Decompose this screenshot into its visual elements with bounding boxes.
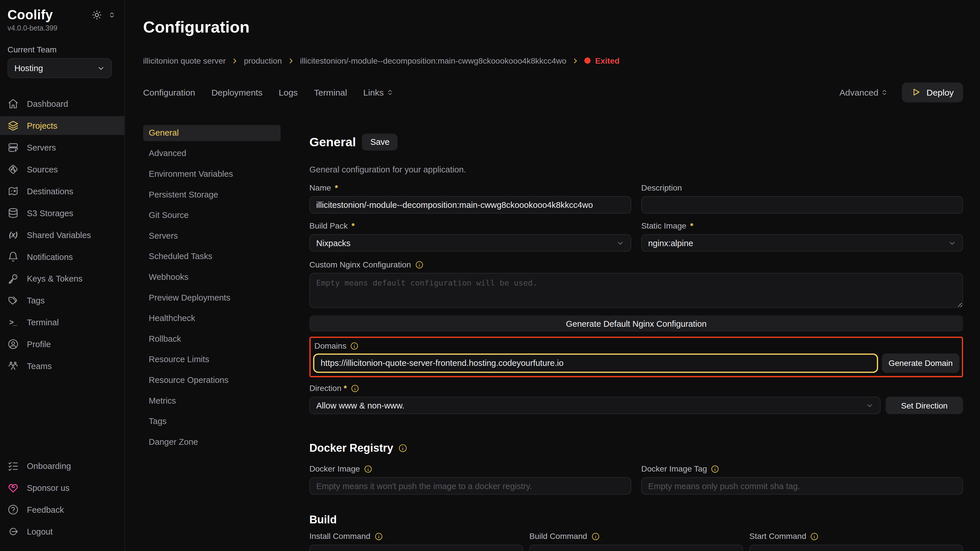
- play-icon: [912, 87, 921, 97]
- config-nav-tags[interactable]: Tags: [143, 413, 281, 430]
- docker-image-tag-input[interactable]: [641, 477, 963, 495]
- sidebar-collapse-chevrons-icon[interactable]: [108, 11, 116, 19]
- theme-toggle-sun-icon[interactable]: [92, 10, 102, 20]
- config-nav-webhooks[interactable]: Webhooks: [143, 269, 281, 285]
- tab-logs[interactable]: Logs: [279, 87, 298, 97]
- build-pack-label: Build Pack: [309, 221, 631, 230]
- info-icon: [591, 532, 600, 540]
- page-title: Configuration: [143, 18, 963, 37]
- key-icon: [8, 273, 19, 284]
- sidebar-item-projects[interactable]: Projects: [0, 116, 124, 135]
- info-icon: [711, 464, 719, 473]
- sidebar-item-keys-tokens[interactable]: Keys & Tokens: [0, 269, 124, 288]
- direction-label: Direction: [309, 383, 347, 393]
- tab-configuration[interactable]: Configuration: [143, 87, 195, 97]
- config-nav-advanced[interactable]: Advanced: [143, 145, 281, 162]
- chevron-right-icon: [288, 57, 294, 64]
- config-nav-git-source[interactable]: Git Source: [143, 207, 281, 223]
- sidebar-item-onboarding[interactable]: Onboarding: [0, 457, 124, 475]
- sidebar-footer: Onboarding Sponsor us Feedback Logout: [0, 457, 124, 541]
- chevron-down-icon: [948, 239, 956, 247]
- deploy-button[interactable]: Deploy: [902, 83, 963, 102]
- chevrons-up-down-icon: [881, 89, 888, 96]
- docker-image-input[interactable]: [309, 477, 631, 495]
- build-command-label: Build Command: [530, 532, 587, 541]
- config-nav-servers[interactable]: Servers: [143, 228, 281, 244]
- config-nav-healthcheck[interactable]: Healthcheck: [143, 310, 281, 326]
- config-nav-scheduled-tasks[interactable]: Scheduled Tasks: [143, 248, 281, 265]
- sidebar-item-terminal[interactable]: >_ Terminal: [0, 313, 124, 332]
- sidebar-item-sources[interactable]: Sources: [0, 160, 124, 178]
- breadcrumb-environment[interactable]: production: [244, 56, 282, 66]
- tab-bar: Configuration Deployments Logs Terminal …: [143, 83, 963, 102]
- sidebar-item-sponsor[interactable]: Sponsor us: [0, 478, 124, 497]
- bell-icon: [8, 251, 19, 262]
- sidebar-item-logout[interactable]: Logout: [0, 522, 124, 541]
- breadcrumb: illicitonion quote server production ill…: [143, 56, 963, 66]
- domains-input[interactable]: [313, 354, 878, 373]
- generate-nginx-button[interactable]: Generate Default Nginx Configuration: [309, 316, 963, 332]
- config-nav-resource-limits[interactable]: Resource Limits: [143, 351, 281, 368]
- name-input[interactable]: [309, 196, 631, 214]
- nginx-config-textarea[interactable]: [309, 273, 963, 308]
- config-nav-metrics[interactable]: Metrics: [143, 393, 281, 409]
- sidebar-item-notifications[interactable]: Notifications: [0, 247, 124, 266]
- config-nav-environment-variables[interactable]: Environment Variables: [143, 166, 281, 182]
- current-team-label: Current Team: [8, 45, 117, 54]
- sidebar-nav: Dashboard Projects Servers Sources Desti…: [0, 94, 124, 375]
- breadcrumb-application[interactable]: illicitestonion/-module--decomposition:m…: [300, 56, 566, 66]
- config-nav-rollback[interactable]: Rollback: [143, 331, 281, 347]
- build-pack-select[interactable]: Nixpacks: [309, 234, 631, 252]
- config-nav-persistent-storage[interactable]: Persistent Storage: [143, 187, 281, 203]
- tab-terminal[interactable]: Terminal: [314, 87, 347, 97]
- description-label: Description: [641, 183, 963, 192]
- start-command-input[interactable]: [749, 545, 963, 551]
- breadcrumb-project[interactable]: illicitonion quote server: [143, 56, 226, 66]
- sidebar-item-s3-storages[interactable]: S3 Storages: [0, 203, 124, 222]
- terminal-icon: >_: [8, 317, 19, 328]
- team-select-value: Hosting: [14, 64, 43, 73]
- name-label: Name: [309, 183, 631, 192]
- team-select[interactable]: Hosting: [8, 58, 112, 78]
- config-nav-general[interactable]: General: [143, 125, 281, 141]
- tag-icon: [8, 295, 19, 306]
- set-direction-button[interactable]: Set Direction: [886, 397, 963, 414]
- direction-select[interactable]: Allow www & non-www.: [309, 397, 881, 414]
- sidebar-item-servers[interactable]: Servers: [0, 138, 124, 157]
- user-circle-icon: [8, 338, 19, 350]
- docker-registry-heading: Docker Registry: [309, 441, 393, 455]
- chevrons-up-down-icon: [386, 89, 394, 96]
- main-content: Configuration illicitonion quote server …: [125, 0, 980, 551]
- app-logo: Coolify: [8, 8, 57, 22]
- domains-highlight-box: Domains Generate Domain: [309, 337, 963, 377]
- sidebar-item-teams[interactable]: Teams: [0, 357, 124, 375]
- app-version: v4.0.0-beta.399: [8, 24, 57, 32]
- generate-domain-button[interactable]: Generate Domain: [882, 354, 959, 373]
- tab-links[interactable]: Links: [363, 87, 394, 97]
- sidebar-item-feedback[interactable]: Feedback: [0, 500, 124, 519]
- tab-deployments[interactable]: Deployments: [212, 87, 262, 97]
- description-input[interactable]: [641, 196, 963, 214]
- save-button[interactable]: Save: [362, 134, 398, 151]
- config-nav-danger-zone[interactable]: Danger Zone: [143, 434, 281, 450]
- sidebar-item-profile[interactable]: Profile: [0, 335, 124, 354]
- install-command-input[interactable]: [309, 545, 523, 551]
- info-icon: [398, 443, 408, 453]
- info-icon: [415, 260, 423, 269]
- sidebar-item-tags[interactable]: Tags: [0, 291, 124, 310]
- build-command-input[interactable]: [530, 545, 743, 551]
- static-image-label: Static Image: [641, 221, 963, 230]
- sidebar-item-destinations[interactable]: Destinations: [0, 182, 124, 200]
- config-nav-preview-deployments[interactable]: Preview Deployments: [143, 290, 281, 306]
- sidebar-item-dashboard[interactable]: Dashboard: [0, 94, 124, 113]
- static-image-select[interactable]: nginx:alpine: [641, 234, 963, 252]
- status-dot-icon: [584, 57, 591, 64]
- nginx-config-label: Custom Nginx Configuration: [309, 260, 411, 270]
- sidebar-item-shared-variables[interactable]: (x) Shared Variables: [0, 225, 124, 244]
- advanced-menu[interactable]: Advanced: [839, 87, 888, 97]
- chevron-down-icon: [865, 401, 874, 410]
- info-icon: [374, 532, 383, 540]
- config-nav-resource-operations[interactable]: Resource Operations: [143, 372, 281, 388]
- home-icon: [8, 98, 19, 110]
- config-nav: General Advanced Environment Variables P…: [143, 125, 281, 551]
